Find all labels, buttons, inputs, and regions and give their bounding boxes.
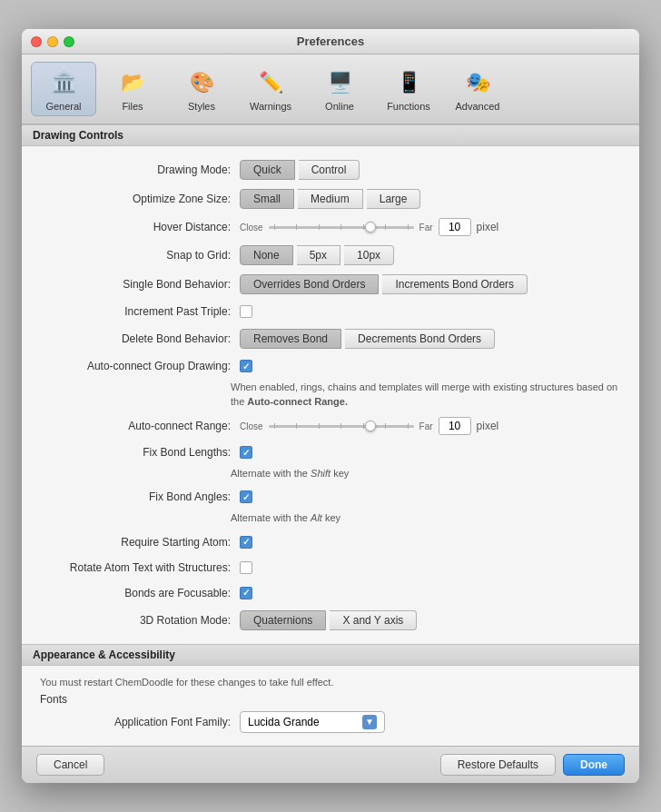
tick	[296, 224, 297, 230]
toolbar-label-files: Files	[122, 101, 143, 112]
optimize-zone-control: Small Medium Large	[240, 189, 420, 209]
drawing-mode-control-btn[interactable]: Control	[299, 160, 360, 180]
increment-past-triple-checkbox[interactable]	[240, 305, 252, 318]
hover-distance-label: Hover Distance:	[40, 221, 240, 233]
optimize-medium[interactable]: Medium	[298, 189, 363, 209]
toolbar-item-warnings[interactable]: ✏️ Warnings	[238, 62, 303, 116]
app-font-family-label: Application Font Family:	[40, 716, 240, 728]
fix-bond-lengths-help: Alternate with the Shift key	[22, 465, 639, 484]
single-bond-increments[interactable]: Increments Bond Orders	[382, 274, 528, 294]
snap-10px[interactable]: 10px	[344, 245, 394, 265]
preferences-window: Preferences 🏛️ General 📂 Files 🎨 Styles …	[22, 29, 639, 783]
delete-bond-label: Delete Bond Behavior:	[40, 332, 240, 345]
rotation-quaternions[interactable]: Quaternions	[240, 610, 326, 630]
optimize-zone-row: Optimize Zone Size: Small Medium Large	[22, 184, 639, 213]
fix-bond-lengths-row: Fix Bond Lengths:	[22, 440, 639, 465]
auto-connect-range-label: Auto-connect Range:	[40, 420, 240, 432]
done-button[interactable]: Done	[563, 754, 625, 776]
optimize-large[interactable]: Large	[367, 189, 421, 209]
snap-to-grid-label: Snap to Grid:	[40, 249, 240, 262]
slider-thumb[interactable]	[365, 421, 376, 431]
fix-bond-angles-row: Fix Bond Angles:	[22, 484, 639, 510]
fix-bond-angles-control	[240, 490, 252, 503]
titlebar: Preferences	[22, 29, 639, 54]
bonds-focusable-checkbox[interactable]	[240, 587, 252, 599]
auto-connect-drawing-control	[240, 360, 252, 372]
optimize-small[interactable]: Small	[240, 189, 294, 209]
hover-distance-input[interactable]	[439, 218, 471, 236]
rotate-atom-text-control	[240, 561, 252, 574]
online-icon: 🖥️	[323, 66, 356, 99]
hover-distance-slider[interactable]	[269, 220, 414, 234]
snap-5px[interactable]: 5px	[297, 245, 340, 265]
tick	[340, 423, 341, 429]
tick	[319, 224, 320, 230]
minimize-button[interactable]	[47, 36, 58, 47]
tick-marks	[269, 423, 414, 429]
drawing-mode-quick[interactable]: Quick	[240, 160, 295, 180]
delete-bond-row: Delete Bond Behavior: Removes Bond Decre…	[22, 324, 639, 353]
toolbar-label-warnings: Warnings	[250, 101, 291, 112]
appearance-form: You must restart ChemDoodle for these ch…	[22, 666, 639, 746]
footer: Cancel Restore Defaults Done	[22, 746, 639, 783]
toolbar-label-general: General	[45, 101, 81, 112]
single-bond-row: Single Bond Behavior: Overrides Bond Ord…	[22, 270, 639, 299]
auto-connect-range-slider[interactable]	[269, 419, 414, 433]
auto-connect-drawing-label: Auto-connect Group Drawing:	[40, 360, 240, 372]
single-bond-overrides[interactable]: Overrides Bond Orders	[240, 274, 379, 294]
toolbar-item-functions[interactable]: 📱 Functions	[376, 62, 441, 116]
content-area: Drawing Controls Drawing Mode: Quick Con…	[22, 124, 639, 746]
tick	[408, 423, 409, 429]
font-select-arrow-icon: ▼	[362, 715, 377, 729]
toolbar-item-online[interactable]: 🖥️ Online	[307, 62, 372, 116]
auto-connect-help: When enabled, rings, chains and template…	[22, 379, 639, 412]
restore-defaults-button[interactable]: Restore Defaults	[440, 754, 556, 776]
toolbar-label-functions: Functions	[387, 101, 430, 112]
toolbar: 🏛️ General 📂 Files 🎨 Styles ✏️ Warnings …	[22, 54, 639, 124]
appearance-header: Appearance & Accessibility	[22, 644, 639, 666]
snap-none[interactable]: None	[240, 245, 293, 265]
fonts-label: Fonts	[22, 691, 639, 708]
delete-bond-decrements[interactable]: Decrements Bond Orders	[345, 329, 495, 349]
require-starting-atom-label: Require Starting Atom:	[40, 536, 240, 549]
fix-bond-lengths-label: Fix Bond Lengths:	[40, 446, 240, 459]
auto-connect-range-input[interactable]	[439, 417, 471, 435]
cancel-button[interactable]: Cancel	[36, 754, 104, 776]
bonds-focusable-row: Bonds are Focusable:	[22, 580, 639, 606]
toolbar-item-styles[interactable]: 🎨 Styles	[169, 62, 234, 116]
delete-bond-removes[interactable]: Removes Bond	[240, 329, 341, 349]
fix-bond-angles-help: Alternate with the Alt key	[22, 510, 639, 529]
toolbar-item-files[interactable]: 📂 Files	[100, 62, 165, 116]
maximize-button[interactable]	[64, 36, 74, 47]
close-button[interactable]	[31, 36, 42, 47]
tick-marks	[269, 224, 414, 230]
app-font-family-value: Lucida Grande	[248, 716, 320, 728]
auto-connect-range-control: Close Far	[240, 417, 498, 435]
hover-distance-control: Close Far	[240, 218, 498, 236]
tick	[274, 423, 275, 429]
fix-bond-lengths-checkbox[interactable]	[240, 446, 252, 459]
fix-bond-angles-checkbox[interactable]	[240, 490, 252, 503]
slider-thumb[interactable]	[365, 222, 376, 233]
bonds-focusable-control	[240, 587, 252, 599]
fix-bond-angles-label: Fix Bond Angles:	[40, 490, 240, 503]
tick	[408, 224, 409, 230]
increment-past-triple-control	[240, 305, 252, 318]
toolbar-label-advanced: Advanced	[456, 101, 500, 112]
snap-to-grid-row: Snap to Grid: None 5px 10px	[22, 241, 639, 270]
toolbar-item-general[interactable]: 🏛️ General	[31, 62, 96, 116]
auto-connect-far-label: Far	[419, 421, 433, 431]
rotation-mode-label: 3D Rotation Mode:	[40, 614, 240, 627]
app-font-family-select[interactable]: Lucida Grande ▼	[240, 711, 385, 733]
require-starting-atom-checkbox[interactable]	[240, 536, 252, 549]
toolbar-label-styles: Styles	[188, 101, 215, 112]
fix-bond-lengths-control	[240, 446, 252, 459]
auto-connect-drawing-checkbox[interactable]	[240, 360, 252, 372]
toolbar-label-online: Online	[325, 101, 354, 112]
hover-distance-row: Hover Distance: Close	[22, 213, 639, 241]
toolbar-item-advanced[interactable]: 🎭 Advanced	[445, 62, 510, 116]
rotation-xy-axis[interactable]: X and Y axis	[330, 610, 417, 630]
tick	[319, 423, 320, 429]
rotate-atom-text-checkbox[interactable]	[240, 561, 252, 574]
hover-close-label: Close	[240, 223, 263, 233]
